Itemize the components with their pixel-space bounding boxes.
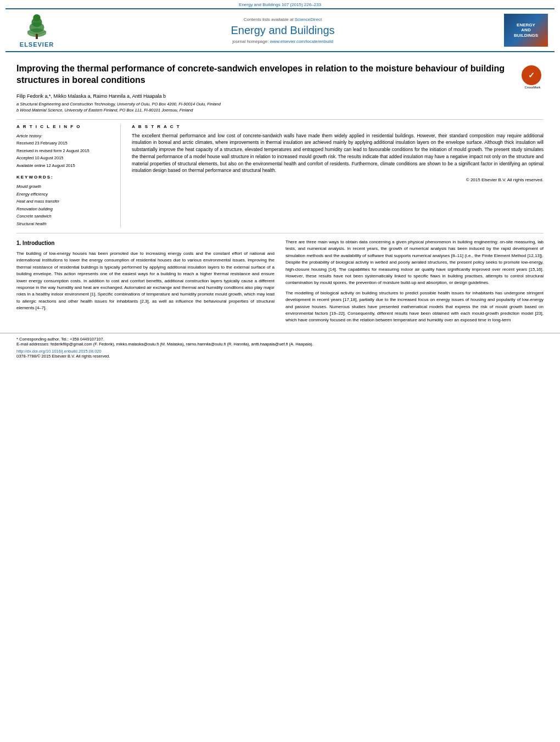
keywords-section: Keywords: Mould growth Energy efficiency… (16, 175, 112, 227)
history-label: Article history: (16, 132, 112, 140)
article-title-section: Improving the thermal performance of con… (16, 58, 544, 89)
author-affiliations: a Structural Engineering and Constructio… (16, 101, 544, 114)
intro-heading: 1. Introduction (16, 239, 275, 247)
abstract-section: A B S T R A C T The excellent thermal pe… (132, 124, 544, 228)
authors: Filip Fedorik a,*, Mikko Malaska a, Raim… (16, 93, 544, 99)
journal-title: Energy and Buildings (61, 24, 504, 37)
copyright: © 2015 Elsevier B.V. All rights reserved… (132, 177, 544, 182)
keyword-5: Concrete sandwich (16, 213, 112, 220)
section-divider (16, 233, 544, 233)
svg-point-3 (33, 14, 40, 21)
affiliation-b: b Wood Material Science, University of E… (16, 107, 544, 113)
info-columns: A R T I C L E I N F O Article history: R… (16, 119, 544, 228)
journal-logo-right: ENERGY AND BUILDINGS (504, 14, 548, 47)
keyword-2: Energy efficiency (16, 191, 112, 198)
issn-line: 0378-7788/© 2015 Elsevier B.V. All right… (16, 354, 544, 359)
email-line: E-mail addresses: federikfilip@gmail.com… (16, 342, 544, 347)
keywords-label: Keywords: (16, 175, 112, 180)
intro-col2-text: There are three main ways to obtain data… (285, 239, 544, 324)
journal-reference-bar: Energy and Buildings 107 (2015) 226–233 (0, 0, 560, 8)
sciencedirect-line: Contents lists available at ScienceDirec… (61, 17, 504, 22)
body-columns: 1. Introduction The building of low-ener… (16, 239, 544, 327)
doi-link[interactable]: http://dx.doi.org/10.1016/j.enbuild.2015… (16, 349, 102, 354)
article-info-column: A R T I C L E I N F O Article history: R… (16, 124, 121, 228)
accepted-date: Accepted 10 August 2015 (16, 154, 112, 162)
intro-col2-para-1: There are three main ways to obtain data… (285, 239, 544, 287)
abstract-text: The excellent thermal performance and lo… (132, 132, 544, 175)
journal-homepage: journal homepage: www.elsevier.com/locat… (61, 39, 504, 44)
journal-ref-text: Energy and Buildings 107 (2015) 226–233 (239, 2, 321, 7)
intro-col1-text: The building of low-energy houses has be… (16, 250, 275, 312)
corresponding-author: * Corresponding author. Tel.: +358 04491… (16, 337, 544, 342)
journal-homepage-link[interactable]: www.elsevier.com/locate/enbuild (270, 39, 333, 44)
journal-header: ELSEVIER Contents lists available at Sci… (5, 8, 555, 52)
crossmark-label: CrossMark (522, 86, 544, 89)
body-col-right: There are three main ways to obtain data… (285, 239, 544, 327)
main-content: Improving the thermal performance of con… (0, 52, 560, 333)
available-date: Available online 12 August 2015 (16, 162, 112, 170)
article-info-title: A R T I C L E I N F O (16, 124, 112, 129)
keyword-6: Structural health (16, 220, 112, 228)
sciencedirect-link[interactable]: ScienceDirect (295, 17, 322, 22)
journal-header-center: Contents lists available at ScienceDirec… (61, 17, 504, 44)
article-history: Article history: Received 23 February 20… (16, 132, 112, 170)
crossmark-icon: ✓ (522, 65, 541, 85)
body-col-left: 1. Introduction The building of low-ener… (16, 239, 275, 327)
received-date: Received 23 February 2015 (16, 140, 112, 147)
keywords-list: Mould growth Energy efficiency Heat and … (16, 183, 112, 227)
crossmark-logo[interactable]: ✓ CrossMark (522, 65, 544, 89)
elsevier-tree-icon (20, 13, 53, 40)
page-footer: * Corresponding author. Tel.: +358 04491… (0, 333, 560, 362)
keyword-3: Heat and mass transfer (16, 198, 112, 205)
intro-col2-para-2: The modelling of biological activity on … (285, 290, 544, 324)
keyword-1: Mould growth (16, 183, 112, 191)
article-title: Improving the thermal performance of con… (16, 63, 516, 86)
keyword-4: Renovation building (16, 205, 112, 213)
intro-para-1: The building of low-energy houses has be… (16, 250, 275, 312)
elsevier-logo: ELSEVIER (12, 13, 61, 48)
affiliation-a: a Structural Engineering and Constructio… (16, 101, 544, 107)
elsevier-label: ELSEVIER (20, 41, 54, 48)
abstract-title: A B S T R A C T (132, 124, 544, 129)
logo-energy-text: ENERGY AND BUILDINGS (514, 23, 538, 38)
received-revised-date: Received in revised form 2 August 2015 (16, 147, 112, 155)
